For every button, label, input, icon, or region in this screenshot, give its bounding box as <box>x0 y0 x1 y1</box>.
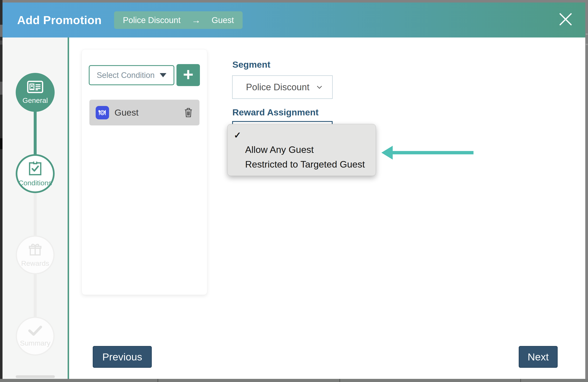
modal-header: Add Promotion Police Discount → Guest <box>2 2 585 38</box>
segment-select[interactable]: Police Discount <box>232 75 333 99</box>
step-rewards[interactable]: Rewards <box>16 235 55 274</box>
breadcrumb-arrow-icon: → <box>191 15 201 25</box>
chevron-down-icon <box>316 84 323 91</box>
check-icon <box>28 325 43 338</box>
next-button[interactable]: Next <box>519 346 558 368</box>
background-divider <box>339 379 340 382</box>
gift-icon <box>28 243 42 258</box>
clipboard-check-icon <box>28 160 42 178</box>
background-divider <box>157 379 158 382</box>
background-fragment <box>0 40 2 45</box>
reward-assignment-menu: ✓ Allow Any Guest Restricted to Targeted… <box>227 124 376 176</box>
background-fragment <box>0 25 2 37</box>
page-title: Add Promotion <box>17 2 102 38</box>
conditions-panel: Select Condition + Guest <box>82 49 207 295</box>
background-page-bottom <box>0 379 588 382</box>
background-divider <box>520 379 521 382</box>
arrow-head-icon <box>381 146 393 159</box>
sidebar-divider <box>68 38 69 379</box>
check-icon: ✓ <box>234 130 241 140</box>
background-fragment <box>0 82 2 95</box>
add-promotion-modal: Add Promotion Police Discount → Guest <box>2 2 585 379</box>
step-conditions[interactable]: Conditions <box>16 154 55 193</box>
id-card-icon <box>27 80 43 95</box>
breadcrumb: Police Discount → Guest <box>114 11 243 29</box>
add-condition-button[interactable]: + <box>176 64 200 86</box>
previous-button[interactable]: Previous <box>93 346 152 368</box>
step-label: General <box>23 96 48 105</box>
step-label: Summary <box>20 339 50 347</box>
step-label: Rewards <box>21 259 49 268</box>
caret-down-icon <box>160 73 167 77</box>
segment-label: Segment <box>232 60 271 70</box>
condition-item-guest[interactable]: Guest <box>89 100 199 125</box>
segment-value: Police Discount <box>246 82 316 92</box>
reward-assignment-label: Reward Assignment <box>232 107 319 117</box>
close-button[interactable] <box>558 12 574 28</box>
step-summary[interactable]: Summary <box>16 317 55 356</box>
menu-option-restricted-targeted-guest[interactable]: Restricted to Targeted Guest <box>228 158 376 171</box>
breadcrumb-promotion: Police Discount <box>123 16 181 25</box>
select-condition-dropdown[interactable]: Select Condition <box>89 65 174 85</box>
background-fragment <box>586 44 588 45</box>
step-label: Conditions <box>19 179 52 187</box>
delete-condition-button[interactable] <box>184 108 193 118</box>
menu-option-allow-any-guest[interactable]: Allow Any Guest <box>228 143 376 156</box>
menu-option-blank[interactable]: ✓ <box>234 129 246 141</box>
condition-label: Guest <box>114 108 184 118</box>
arrow-shaft <box>391 151 474 154</box>
background-fragment <box>586 34 588 35</box>
dining-icon <box>96 106 109 119</box>
horizontal-scrollbar[interactable] <box>16 375 55 378</box>
select-condition-placeholder: Select Condition <box>97 71 160 80</box>
step-general[interactable]: General <box>16 73 55 112</box>
close-icon <box>559 13 572 27</box>
background-page-left-edge <box>0 0 2 382</box>
plus-icon: + <box>183 65 193 83</box>
breadcrumb-step: Guest <box>212 16 234 25</box>
